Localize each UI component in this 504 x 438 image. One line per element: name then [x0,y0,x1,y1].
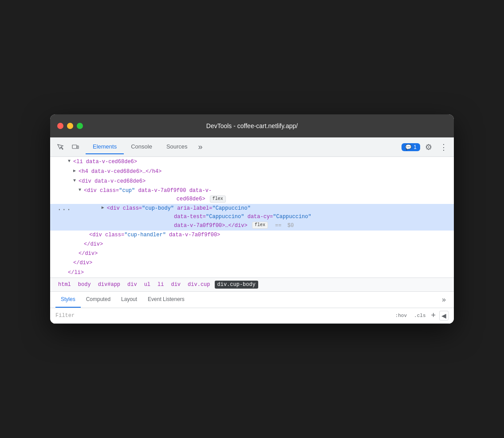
add-style-button[interactable]: + [431,311,436,320]
hov-button[interactable]: :hov [394,312,409,319]
flex-badge-2: flex [252,222,268,229]
breadcrumb-ul[interactable]: ul [142,281,153,289]
dom-line: </div> [50,240,454,249]
breadcrumb-html[interactable]: html [55,281,74,289]
sidebar-toggle-button[interactable]: ◀ [439,311,449,321]
dom-line: </div> [50,258,454,268]
tag-content: <div class="cup-handler" data-v-7a0f9f00… [89,231,220,239]
close-button[interactable] [57,123,63,129]
tag-text: <div data-v-ced68de6> [79,177,146,186]
flex-badge: flex [210,196,226,203]
filter-bar: :hov .cls + ◀ [50,308,454,324]
tabbar-right: 💬 1 ⚙ ⋮ [402,141,450,154]
tag-text: </div> [84,240,103,249]
tag-text: </div> [79,250,98,258]
dom-line: <div data-v-ced68de6> [50,177,454,186]
dom-line: <div class="cup" data-v-7a0f9f00 data-v-… [50,186,454,204]
tag-text: </li> [68,269,84,277]
tab-styles[interactable]: Styles [55,292,81,308]
dom-panel: <li data-v-ced68de6> <h4 data-v-ced68de6… [50,157,454,277]
chat-badge[interactable]: 💬 1 [402,143,420,151]
tab-elements[interactable]: Elements [86,140,124,154]
dom-line: </li> [50,268,454,278]
tabs: Elements Console Sources » [86,140,402,154]
breadcrumb-divcup[interactable]: div.cup [185,281,213,289]
window-title: DevTools - coffee-cart.netlify.app/ [206,122,298,129]
styles-panel: Styles Computed Layout Event Listeners »… [50,292,454,324]
cup-body-tag: <div class="cup-body" aria-label="Cappuc… [107,204,454,230]
dom-line: <li data-v-ced68de6> [50,157,454,167]
tag-text: <li data-v-ced68de6> [73,158,137,166]
expand-arrow[interactable] [73,168,79,175]
breadcrumb-div[interactable]: div [125,281,140,289]
minimize-button[interactable] [67,123,73,129]
titlebar: DevTools - coffee-cart.netlify.app/ [50,114,454,137]
tab-more-icon[interactable]: » [195,141,206,153]
svg-rect-0 [72,145,77,149]
three-dots: ··· [57,204,71,216]
expand-arrow[interactable] [73,177,79,184]
dollar-ref: $0 [287,223,294,229]
tab-console[interactable]: Console [124,140,159,154]
breadcrumb: html body div#app div ul li div div.cup … [50,278,454,292]
styles-tab-more[interactable]: » [439,294,449,305]
tabbar-icons [54,141,82,154]
breadcrumb-body[interactable]: body [75,281,94,289]
dom-line: <h4 data-v-ced68de6>…</h4> [50,167,454,176]
expand-arrow[interactable] [79,187,84,194]
inspect-icon[interactable] [54,141,67,154]
equals-sign: == [275,223,281,229]
cls-button[interactable]: .cls [412,312,427,319]
tag-content: <div class="cup" data-v-7a0f9f00 data-v-… [84,187,227,203]
tabbar: Elements Console Sources » 💬 1 ⚙ ⋮ [50,137,454,157]
tab-layout[interactable]: Layout [116,292,142,308]
breadcrumb-divcupbody[interactable]: div.cup-body [215,281,258,289]
tag-text: <h4 data-v-ced68de6>…</h4> [79,168,161,176]
dom-line: </div> [50,249,454,258]
dom-line-selected[interactable]: ··· <div class="cup-body" aria-label="Ca… [50,204,454,231]
breadcrumb-div2[interactable]: div [168,281,183,289]
settings-button[interactable]: ⚙ [422,141,435,154]
expand-arrow[interactable] [102,204,107,211]
tab-sources[interactable]: Sources [159,140,195,154]
chat-icon: 💬 [405,144,412,150]
expand-arrow[interactable] [68,158,73,165]
svg-rect-1 [77,146,79,149]
tab-event-listeners[interactable]: Event Listeners [142,292,190,308]
device-toggle-icon[interactable] [69,141,82,154]
chat-count: 1 [413,144,417,150]
tag-text: </div> [73,259,92,267]
traffic-lights [57,123,83,129]
breadcrumb-li[interactable]: li [155,281,166,289]
dom-line: <div class="cup-handler" data-v-7a0f9f00… [50,231,454,240]
styles-tabs: Styles Computed Layout Event Listeners » [50,292,454,308]
more-options-button[interactable]: ⋮ [437,141,450,154]
filter-input[interactable] [55,313,390,319]
maximize-button[interactable] [77,123,83,129]
devtools-window: DevTools - coffee-cart.netlify.app/ Elem… [50,114,454,323]
filter-actions: :hov .cls + ◀ [394,311,449,321]
tab-computed[interactable]: Computed [81,292,116,308]
breadcrumb-divapp[interactable]: div#app [95,281,123,289]
